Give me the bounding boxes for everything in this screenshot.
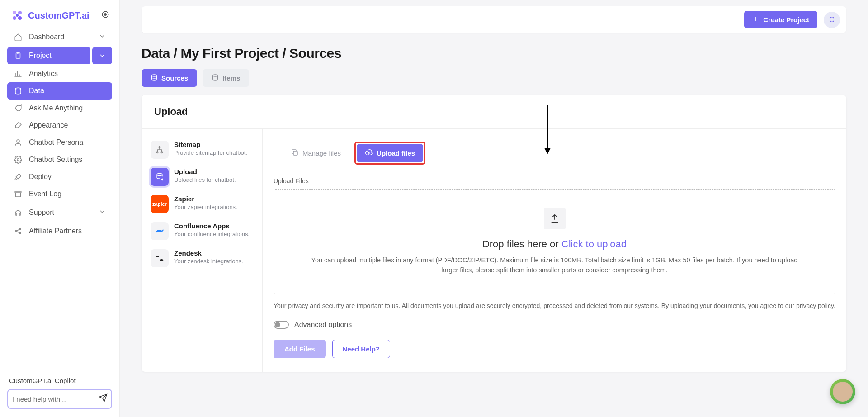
svg-point-0: [13, 11, 16, 14]
sidebar-item-label: Deploy: [29, 173, 52, 181]
svg-marker-22: [544, 148, 551, 154]
share-icon: [14, 227, 23, 235]
gear-icon: [14, 156, 23, 164]
confluence-icon: [151, 222, 169, 240]
brand-text: CustomGPT.ai: [28, 10, 90, 21]
sidebar-item-label: Event Log: [29, 190, 61, 198]
sidebar-item-label: Affiliate Partners: [29, 227, 82, 235]
tab-label: Items: [222, 74, 240, 82]
sidebar-item-analytics[interactable]: Analytics: [7, 65, 112, 82]
svg-rect-11: [15, 191, 21, 193]
dropzone-subtext: You can upload multiple files in any for…: [306, 256, 803, 275]
sidebar-item-dashboard[interactable]: Dashboard: [7, 28, 112, 46]
sidebar-item-label: Chatbot Persona: [29, 138, 83, 147]
svg-point-18: [156, 152, 158, 153]
sidebar-item-persona[interactable]: Chatbot Persona: [7, 134, 112, 151]
source-item-confluence[interactable]: Confluence AppsYour confluence integrati…: [145, 218, 259, 245]
chart-icon: [14, 70, 23, 78]
upload-pane: Manage files Upload files Upload Files: [263, 129, 846, 372]
tab-upload-files[interactable]: Upload files: [357, 144, 423, 162]
svg-rect-23: [293, 151, 297, 155]
home-icon: [14, 33, 23, 41]
sidebar-item-label: Project: [29, 52, 52, 60]
source-type-list: SitemapProvide sitemap for chatbot. Uplo…: [142, 129, 263, 372]
copilot-section: CustomGPT.ai Copilot: [7, 368, 112, 409]
sidebar-item-settings[interactable]: Chatbot Settings: [7, 151, 112, 168]
avatar[interactable]: C: [824, 12, 840, 28]
tab-label: Sources: [161, 74, 188, 82]
tab-label: Manage files: [302, 149, 341, 157]
collapse-icon[interactable]: [101, 10, 109, 20]
sidebar-item-appearance[interactable]: Appearance: [7, 117, 112, 134]
headphones-icon: [14, 208, 23, 217]
project-expand-toggle[interactable]: [92, 47, 112, 64]
card-title: Upload: [142, 95, 846, 129]
sidebar-item-label: Appearance: [29, 121, 68, 129]
main-content: Create Project C Data / My First Project…: [120, 0, 868, 417]
chat-icon: [14, 104, 23, 112]
svg-point-17: [159, 147, 160, 148]
database-icon: [14, 87, 23, 95]
sidebar-item-eventlog[interactable]: Event Log: [7, 185, 112, 203]
cloud-upload-icon: [365, 148, 373, 158]
sidebar-item-deploy[interactable]: Deploy: [7, 168, 112, 185]
dropzone-title: Drop files here or Click to upload: [288, 238, 821, 250]
source-item-zapier[interactable]: zapier ZapierYour zapier integrations.: [145, 190, 259, 218]
svg-point-16: [213, 75, 218, 76]
tab-label: Upload files: [377, 149, 415, 157]
create-project-button[interactable]: Create Project: [744, 11, 817, 28]
sidebar-item-ask[interactable]: Ask Me Anything: [7, 100, 112, 117]
svg-point-15: [152, 75, 157, 76]
svg-point-3: [18, 16, 22, 20]
tab-sources[interactable]: Sources: [142, 69, 197, 87]
svg-point-20: [157, 174, 162, 176]
sidebar-item-support[interactable]: Support: [7, 204, 112, 222]
tab-items[interactable]: Items: [203, 69, 249, 87]
copy-icon: [291, 148, 299, 158]
tab-manage-files[interactable]: Manage files: [283, 142, 349, 165]
click-to-upload-link[interactable]: Click to upload: [561, 238, 627, 250]
sidebar: CustomGPT.ai Dashboard Project: [0, 0, 120, 417]
upload-card: Upload SitemapProvide sitemap for chatbo…: [142, 95, 846, 372]
need-help-button[interactable]: Need Help?: [332, 340, 391, 358]
add-files-button[interactable]: Add Files: [274, 340, 326, 358]
clipboard-icon: [14, 52, 23, 60]
advanced-options-label: Advanced options: [294, 321, 352, 329]
svg-point-8: [15, 88, 21, 90]
breadcrumb: Data / My First Project / Sources: [142, 46, 846, 61]
chat-widget-button[interactable]: [830, 379, 855, 404]
upload-section-label: Upload Files: [274, 177, 835, 185]
sitemap-icon: [151, 141, 169, 159]
sidebar-item-affiliates[interactable]: Affiliate Partners: [7, 223, 112, 240]
advanced-options-toggle[interactable]: [274, 321, 289, 329]
svg-point-13: [19, 228, 21, 230]
upload-icon: [544, 208, 566, 229]
chat-avatar-icon: [833, 382, 853, 402]
send-icon[interactable]: [99, 393, 108, 404]
svg-point-4: [16, 14, 19, 17]
svg-point-12: [15, 231, 17, 232]
sidebar-item-project[interactable]: Project: [7, 47, 90, 64]
upload-db-icon: [151, 168, 169, 186]
source-item-zendesk[interactable]: ZendeskYour zendesk integrations.: [145, 245, 259, 272]
stack-icon: [151, 74, 158, 82]
sidebar-item-label: Support: [29, 208, 54, 217]
file-dropzone[interactable]: Drop files here or Click to upload You c…: [274, 189, 835, 294]
rocket-icon: [14, 173, 23, 181]
copilot-input[interactable]: [13, 395, 99, 403]
source-item-upload[interactable]: UploadUpload files for chatbot.: [145, 163, 259, 190]
svg-point-14: [19, 232, 21, 234]
sidebar-header: CustomGPT.ai: [7, 8, 112, 28]
sidebar-item-label: Ask Me Anything: [29, 104, 83, 112]
chevron-down-icon: [99, 33, 106, 42]
zendesk-icon: [151, 249, 169, 267]
source-item-sitemap[interactable]: SitemapProvide sitemap for chatbot.: [145, 136, 259, 163]
copilot-input-wrapper[interactable]: [7, 389, 112, 409]
create-project-label: Create Project: [763, 16, 809, 24]
svg-point-6: [104, 14, 107, 16]
sidebar-item-data[interactable]: Data: [7, 82, 112, 100]
pane-tabs: Manage files Upload files: [274, 129, 835, 173]
chevron-down-icon: [99, 208, 106, 217]
svg-point-19: [161, 152, 162, 153]
brand-logo[interactable]: CustomGPT.ai: [10, 8, 90, 23]
